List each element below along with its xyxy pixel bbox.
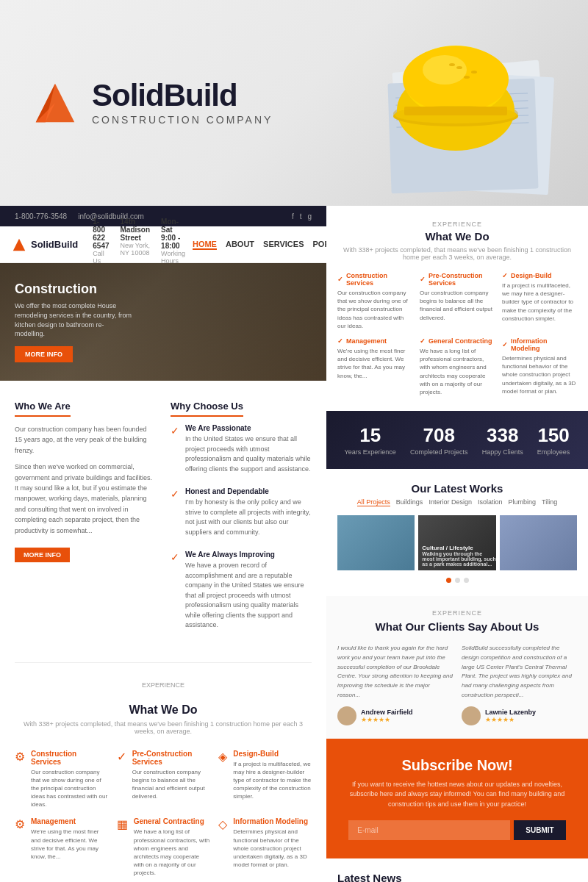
google-icon[interactable]: g xyxy=(307,212,312,220)
service-4-icon: ⚙ xyxy=(15,817,25,877)
right-testimonial-1-text: I would like to thank you again for the … xyxy=(337,644,453,700)
right-service-5-desc: We have a long list of professional cont… xyxy=(420,347,495,396)
right-stat-projects: 708 Completed Projects xyxy=(410,424,468,456)
nav-services[interactable]: SERVICES xyxy=(263,240,304,250)
hero-content: Construction We offer the most complete … xyxy=(15,282,132,362)
right-stat-clients-label: Happy Clients xyxy=(482,448,523,456)
right-testimonials-label: EXPERIENCE xyxy=(337,609,577,617)
right-s4-icon: ✓ xyxy=(337,337,343,345)
hero-cta-button[interactable]: MORE INFO xyxy=(15,346,73,362)
right-what-we-do-title: What We Do xyxy=(337,230,577,243)
right-carousel-dots xyxy=(337,578,577,583)
right-stat-employees: 150 Employees xyxy=(537,424,570,456)
right-author-2-info: Lawnie Lazenby ★★★★★ xyxy=(485,709,536,723)
right-work-1 xyxy=(337,515,415,570)
nav-brand-name: SolidBuild xyxy=(31,239,78,250)
right-filter-tiling[interactable]: Tiling xyxy=(542,498,557,506)
right-author-2-name: Lawnie Lazenby xyxy=(485,709,536,716)
right-stats-section: 15 Years Experience 708 Completed Projec… xyxy=(326,411,588,469)
logo-icon xyxy=(29,77,81,129)
service-5-text: General Contracting We have a long list … xyxy=(134,817,210,877)
right-service-1-title: ✓ Construction Services xyxy=(337,272,412,287)
nav-home[interactable]: HOME xyxy=(193,240,217,250)
service-2: ✓ Pre-Construction Services Our construc… xyxy=(117,750,210,809)
why-item-1-desc: In the United States we ensure that all … xyxy=(185,434,312,474)
right-dot-2[interactable] xyxy=(455,578,460,583)
phone-info: 1-800-776-3548 xyxy=(15,212,67,220)
service-4: ⚙ Management We're using the most finer … xyxy=(15,817,108,877)
subscribe-submit-button[interactable]: SUBMIT xyxy=(514,820,565,840)
service-1-title: Construction Services xyxy=(31,750,108,766)
service-3-icon: ◈ xyxy=(218,750,227,809)
right-filter-tabs: All Projects Buildings Interior Design I… xyxy=(337,498,577,506)
subscribe-section: Subscribe Now! If you want to receive th… xyxy=(326,739,588,859)
why-item-2: ✓ Honest and Dependable I'm by honesty i… xyxy=(171,487,312,543)
nav-about[interactable]: ABOUT xyxy=(226,240,254,250)
right-service-3: ✓ Design-Build If a project is multiface… xyxy=(502,272,577,330)
right-service-2-desc: Our construction company begins to balan… xyxy=(420,289,495,322)
service-2-title: Pre-Construction Services xyxy=(132,750,210,766)
right-stat-years-val: 15 xyxy=(345,424,396,447)
about-columns: Who We Are Our construction company has … xyxy=(15,399,312,644)
service-2-icon: ✓ xyxy=(117,750,126,809)
who-we-are: Who We Are Our construction company has … xyxy=(15,399,156,644)
right-dot-1[interactable] xyxy=(446,578,451,583)
right-service-1-desc: Our construction company that we show du… xyxy=(337,289,412,330)
right-service-3-title: ✓ Design-Build xyxy=(502,272,577,279)
right-services-grid: ✓ Construction Services Our construction… xyxy=(337,272,577,396)
right-filter-interior[interactable]: Interior Design xyxy=(429,498,472,506)
nav-address-value: 14th Madison Street xyxy=(121,218,151,242)
svg-point-26 xyxy=(471,71,477,74)
helmet-svg xyxy=(338,7,573,198)
right-work-2: Cultural / Lifestyle Walking you through… xyxy=(418,515,495,570)
check-icon-1: ✓ xyxy=(171,425,179,480)
svg-marker-30 xyxy=(13,238,26,251)
what-we-do-label: EXPERIENCE xyxy=(15,681,312,689)
brand-tagline: CONSTRUCTION COMPANY xyxy=(92,114,273,126)
right-testimonials-section: EXPERIENCE What Our Clients Say About Us… xyxy=(326,596,588,739)
right-service-2-title: ✓ Pre-Construction Services xyxy=(420,272,495,287)
right-testimonial-2-text: SolidBuild successfully completed the de… xyxy=(462,644,577,700)
right-experience-label: EXPERIENCE xyxy=(337,220,577,228)
nav-hours-label: Working Hours xyxy=(161,250,185,265)
service-1: ⚙ Construction Services Our construction… xyxy=(15,750,108,809)
what-we-do-section: EXPERIENCE What We Do With 338+ projects… xyxy=(0,663,326,883)
more-info-button[interactable]: MORE INFO xyxy=(15,548,70,562)
hero-description: We offer the most complete House remodel… xyxy=(15,301,132,338)
nav-address-label: New York, NY 10008 xyxy=(121,242,151,257)
check-icon-2: ✓ xyxy=(171,488,179,543)
service-4-title: Management xyxy=(31,817,108,825)
hero-banner: Construction We offer the most complete … xyxy=(0,263,326,381)
service-5-desc: We have a long list of professional cont… xyxy=(134,828,210,877)
right-filter-plumbing[interactable]: Plumbing xyxy=(508,498,536,506)
service-3-title: Design-Build xyxy=(233,750,312,758)
right-s5-icon: ✓ xyxy=(420,337,426,345)
right-author-2-stars: ★★★★★ xyxy=(485,716,536,723)
why-item-1-text: We Are Passionate In the United States w… xyxy=(185,424,312,480)
why-item-3-title: We Are Always Improving xyxy=(185,551,312,559)
right-stat-clients-val: 338 xyxy=(482,424,523,447)
right-dot-3[interactable] xyxy=(464,578,469,583)
right-filter-isolation[interactable]: Isolation xyxy=(478,498,503,506)
why-item-3-desc: We have a proven record of accomplishmen… xyxy=(185,561,312,631)
right-stat-projects-val: 708 xyxy=(410,424,468,447)
service-2-text: Pre-Construction Services Our constructi… xyxy=(132,750,210,809)
why-choose-title: Why Choose Us xyxy=(171,401,243,417)
right-filter-buildings[interactable]: Buildings xyxy=(396,498,423,506)
subscribe-form: SUBMIT xyxy=(341,820,573,840)
twitter-icon[interactable]: t xyxy=(300,212,302,220)
social-links[interactable]: f t g xyxy=(292,212,312,220)
right-author-1-stars: ★★★★★ xyxy=(361,716,413,723)
right-filter-all[interactable]: All Projects xyxy=(357,498,390,506)
facebook-icon[interactable]: f xyxy=(292,212,294,220)
subscribe-title: Subscribe Now! xyxy=(341,757,573,774)
service-6-desc: Determines physical and functional behav… xyxy=(233,828,312,869)
right-s2-icon: ✓ xyxy=(420,276,426,283)
why-item-1: ✓ We Are Passionate In the United States… xyxy=(171,424,312,480)
svg-point-25 xyxy=(464,76,470,79)
right-service-1: ✓ Construction Services Our construction… xyxy=(337,272,412,330)
service-2-desc: Our construction company begins to balan… xyxy=(132,768,210,801)
right-service-4-desc: We're using the most finer and decisive … xyxy=(337,347,412,380)
what-we-do-subtitle: With 338+ projects completed, that means… xyxy=(15,720,312,735)
subscribe-email-input[interactable] xyxy=(348,820,510,840)
